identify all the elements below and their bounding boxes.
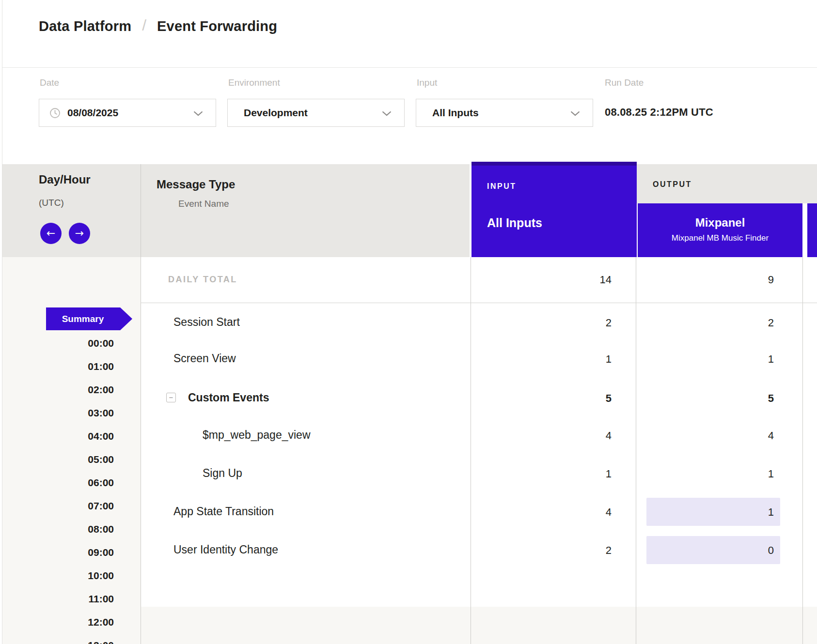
hour-label[interactable]: 05:00 [0, 453, 114, 466]
input-column-header[interactable]: INPUT All Inputs [471, 162, 637, 257]
hour-label[interactable]: 09:00 [0, 546, 114, 559]
hour-label[interactable]: 01:00 [0, 360, 114, 373]
input-cell: 4 [606, 506, 612, 519]
date-value: 08/08/2025 [67, 107, 118, 119]
hour-label[interactable]: 00:00 [0, 337, 114, 350]
hour-label[interactable]: 04:00 [0, 430, 114, 443]
event-name-label: Sign Up [203, 467, 242, 480]
daily-total-output-value: 9 [768, 274, 774, 286]
output-cell: 0 [768, 544, 774, 557]
output-cell: 2 [768, 317, 774, 329]
input-value: All Inputs [432, 107, 479, 119]
input-column-accent-strip [471, 162, 637, 166]
environment-label: Environment [228, 77, 280, 88]
mixpanel-title: Mixpanel [638, 216, 802, 230]
event-name-subtitle: Event Name [178, 199, 229, 209]
day-hour-subtitle: (UTC) [39, 198, 64, 208]
column-gap [802, 203, 807, 257]
next-day-button[interactable]: → [69, 223, 90, 244]
input-select[interactable]: All Inputs [416, 99, 593, 127]
table-row: User Identity Change 2 0 [141, 537, 817, 564]
output-cell: 1 [768, 353, 774, 366]
summary-badge[interactable]: Summary [46, 307, 132, 330]
chevron-down-icon [570, 111, 580, 116]
table-row: − Custom Events 5 5 [141, 384, 817, 412]
hour-label[interactable]: 11:00 [0, 593, 114, 605]
hour-label[interactable]: 13:00 [0, 639, 114, 644]
input-cell: 2 [606, 544, 612, 557]
run-date-label: Run Date [605, 77, 644, 88]
daily-total-input-value: 14 [600, 274, 612, 286]
date-select[interactable]: 08/08/2025 [39, 99, 216, 127]
input-cell: 5 [606, 392, 612, 405]
grid-line [802, 257, 803, 644]
table-row: Screen View 1 1 [141, 345, 817, 372]
event-name-label: $mp_web_page_view [203, 429, 311, 442]
input-column-selected-value: All Inputs [487, 216, 542, 230]
table-row: App State Transition 4 1 [141, 498, 817, 525]
collapse-icon[interactable]: − [166, 393, 176, 402]
hour-label[interactable]: 03:00 [0, 407, 114, 419]
breadcrumb-separator: / [142, 16, 146, 34]
day-hour-title: Day/Hour [39, 173, 91, 186]
grid-line [636, 257, 636, 644]
output-cell: 5 [768, 392, 774, 405]
input-column-label: INPUT [487, 182, 517, 191]
environment-value: Development [244, 107, 308, 119]
topbar-divider [0, 67, 817, 68]
run-date-value: 08.08.25 2:12PM UTC [605, 106, 713, 119]
output-cell: 4 [768, 429, 774, 442]
hour-label[interactable]: 10:00 [0, 569, 114, 582]
message-type-label: App State Transition [173, 505, 274, 518]
clock-icon [49, 107, 61, 119]
message-type-label: Custom Events [188, 391, 269, 404]
message-type-label: User Identity Change [173, 543, 278, 556]
mixpanel-subtitle: Mixpanel MB Music Finder [638, 233, 802, 243]
message-type-label: Session Start [173, 316, 240, 329]
grid-line [141, 164, 141, 644]
mixpanel-column-header[interactable]: Mixpanel Mixpanel MB Music Finder [638, 203, 802, 257]
output-column-label: OUTPUT [653, 180, 692, 189]
environment-select[interactable]: Development [227, 99, 405, 127]
hour-label[interactable]: 02:00 [0, 383, 114, 396]
chevron-down-icon [193, 111, 203, 116]
input-cell: 4 [606, 429, 612, 442]
arrow-right-icon: → [75, 227, 84, 239]
input-label: Input [417, 77, 437, 88]
message-type-label: Screen View [173, 352, 236, 365]
prev-day-button[interactable]: ← [40, 223, 62, 244]
arrow-left-icon: ← [47, 227, 55, 239]
output-cell-highlighted[interactable] [646, 498, 780, 526]
hour-label[interactable]: 07:00 [0, 500, 114, 512]
grid-line [471, 257, 471, 644]
daily-total-divider [141, 303, 817, 303]
page-title: Event Forwarding [157, 18, 277, 34]
panel-left-edge [0, 0, 2, 644]
chevron-down-icon [382, 111, 392, 116]
hour-label[interactable]: 08:00 [0, 523, 114, 536]
breadcrumb: Data Platform / Event Forwarding [39, 17, 277, 35]
output-cell: 1 [768, 468, 774, 480]
event-forwarding-page: Data Platform / Event Forwarding Date 08… [0, 0, 817, 644]
table-row: Sign Up 1 1 [141, 460, 817, 487]
input-cell: 2 [606, 317, 612, 329]
hour-label[interactable]: 06:00 [0, 476, 114, 489]
output-column-partial [807, 203, 817, 257]
breadcrumb-section[interactable]: Data Platform [39, 18, 131, 34]
hour-label[interactable]: 12:00 [0, 616, 114, 629]
input-cell: 1 [606, 353, 612, 366]
table-footer-band [141, 607, 817, 644]
minus-glyph: − [169, 393, 173, 401]
date-label: Date [40, 77, 59, 88]
input-cell: 1 [606, 468, 612, 480]
table-row: Session Start 2 2 [141, 309, 817, 336]
message-type-title: Message Type [157, 178, 235, 191]
output-cell-highlighted[interactable] [646, 536, 780, 564]
table-row: $mp_web_page_view 4 4 [141, 422, 817, 449]
daily-total-label: DAILY TOTAL [168, 275, 237, 285]
output-cell: 1 [768, 506, 774, 519]
